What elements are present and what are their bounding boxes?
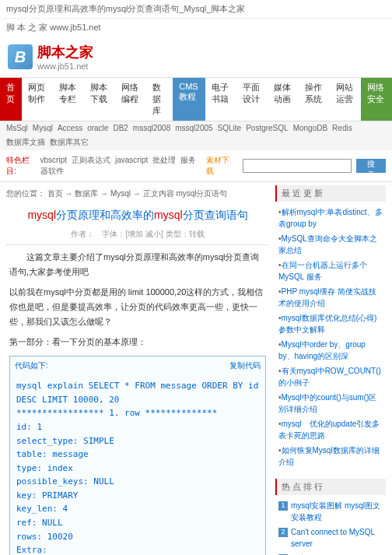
nav-item[interactable]: 操作系统 — [299, 78, 330, 121]
side-hot-title: 热 点 排 行 — [275, 479, 386, 495]
side-hot-item[interactable]: 2Can't connect to MySQL server — [275, 525, 386, 551]
side-latest-item[interactable]: •mysql数据库优化总结(心得)参数中文解释 — [275, 311, 386, 337]
code-block-1: 代码如下: 复制代码 mysql explain SELECT * FROM m… — [9, 356, 266, 555]
hot-link[interactable]: 批处理 — [152, 156, 176, 164]
nav-item[interactable]: 媒体动画 — [268, 78, 299, 121]
nav-item[interactable]: 网站运营 — [330, 78, 361, 121]
nav-item[interactable]: 网络安全 — [361, 78, 392, 121]
search-input[interactable] — [243, 159, 352, 173]
nav-main: 首页网页制作脚本专栏脚本下载网络编程数据库CMS教程电子书籍平面设计媒体动画操作… — [0, 77, 392, 121]
article-meta: 作者： 字体：[增加 减小] 类型：转载 — [6, 229, 269, 245]
nav-sub-item[interactable]: Redis — [332, 124, 352, 132]
side-latest-item[interactable]: •有关mysql中ROW_COUNT()的小例子 — [275, 364, 386, 390]
crumb-mysql[interactable]: Mysql — [110, 189, 131, 198]
side-latest-item[interactable]: •如何恢复Mysql数据库的详细介绍 — [275, 443, 386, 469]
nav-item[interactable]: 首页 — [0, 78, 22, 121]
nav-sub-item[interactable]: 数据库文摘 — [6, 137, 45, 148]
side-latest-item[interactable]: •mysql 优化的update引发多表卡死的思路 — [275, 416, 386, 443]
side-latest-item[interactable]: •Mysql中的count()与sum()区别详细介绍 — [275, 390, 386, 416]
nav-item[interactable]: 网络编程 — [115, 78, 146, 121]
search-row: 特色栏目: vbscript正则表达式javascript批处理服务器软件 素材… — [0, 150, 392, 182]
nav-sub-item[interactable]: oracle — [87, 124, 108, 132]
hot-link[interactable]: vbscript — [40, 156, 67, 164]
copy-code-link[interactable]: 复制代码 — [229, 359, 261, 372]
download-link[interactable]: 素材下载 — [206, 155, 233, 177]
nav-item[interactable]: 平面设计 — [236, 78, 268, 121]
side-hot-item[interactable]: 1mysql安装图解 mysql图文安装教程 — [275, 498, 386, 525]
logo-icon: B — [8, 44, 33, 69]
site-bar: 脚 本 之 家 www.jb51.net — [0, 19, 392, 37]
breadcrumb: 您的位置： 首页 → 数据库 → Mysql → 正文内容 mysql分页语句 — [6, 185, 269, 202]
hot-link[interactable]: javascript — [115, 156, 148, 164]
nav-item[interactable]: 脚本专栏 — [53, 78, 84, 121]
side-latest-title: 最 近 更 新 — [275, 185, 386, 202]
nav-item[interactable]: 脚本下载 — [84, 78, 115, 121]
hot-label: 特色栏目: — [6, 155, 36, 177]
nav-sub-item[interactable]: MongoDB — [293, 124, 327, 132]
side-latest-item[interactable]: •在同一台机器上运行多个 MySQL 服务 — [275, 258, 386, 284]
side-latest-item[interactable]: •MySQL查询命令大全脚本之家总结 — [275, 231, 386, 258]
nav-sub-item[interactable]: Mysql — [33, 124, 53, 132]
header: B 脚本之家 www.jb51.net — [0, 37, 392, 77]
nav-sub-item[interactable]: 数据库其它 — [50, 137, 89, 148]
sidebar: 最 近 更 新 •解析mysql中:单表distinct、多表group by•… — [272, 185, 389, 555]
hot-link[interactable]: 正则表达式 — [72, 156, 110, 164]
nav-sub-item[interactable]: Access — [58, 124, 82, 132]
nav-sub-item[interactable]: mssql2008 — [133, 124, 170, 132]
nav-sub-item[interactable]: DB2 — [113, 124, 128, 132]
nav-sub-item[interactable]: SQLite — [218, 124, 242, 132]
nav-item[interactable]: 数据库 — [146, 78, 173, 121]
search-button[interactable]: 搜索 — [356, 159, 386, 173]
logo-text: 脚本之家 www.jb51.net — [37, 43, 93, 71]
article-body: 这篇文章主要介绍了mysql分页原理和高效率的mysql分页查询语句,大家参考使… — [6, 245, 269, 555]
nav-sub-item[interactable]: MsSql — [6, 124, 28, 132]
nav-sub-item[interactable]: mssql2005 — [175, 124, 212, 132]
nav-item[interactable]: 网页制作 — [22, 78, 53, 121]
nav-sub: MsSqlMysqlAccessoracleDB2mssql2008mssql2… — [0, 121, 392, 150]
side-latest-item[interactable]: •解析mysql中:单表distinct、多表group by — [275, 205, 386, 231]
article-title: mysql分页原理和高效率的mysql分页查询语句 — [6, 202, 269, 229]
logo-cn: 脚本之家 — [37, 43, 93, 61]
nav-item[interactable]: CMS教程 — [173, 78, 205, 121]
side-latest-item[interactable]: •Mysql中order by、group by、having的区别深 — [275, 337, 386, 364]
crumb-db[interactable]: 数据库 — [75, 189, 98, 198]
logo-en: www.jb51.net — [37, 61, 93, 71]
code-label: 代码如下: — [15, 359, 48, 372]
main-content: 您的位置： 首页 → 数据库 → Mysql → 正文内容 mysql分页语句 … — [3, 185, 272, 555]
crumb-home[interactable]: 首页 — [47, 189, 63, 198]
nav-sub-item[interactable]: PostgreSQL — [246, 124, 288, 132]
side-latest-item[interactable]: •PHP mysql缓存 简便实战技术的使用介绍 — [275, 284, 386, 311]
side-hot-item[interactable]: 3超详细mysql left join,right jo — [275, 551, 386, 555]
nav-item[interactable]: 电子书籍 — [205, 78, 236, 121]
page-title-bar: mysql分页原理和高效率的mysql分页查询语句_Mysql_脚本之家 — [0, 0, 392, 19]
